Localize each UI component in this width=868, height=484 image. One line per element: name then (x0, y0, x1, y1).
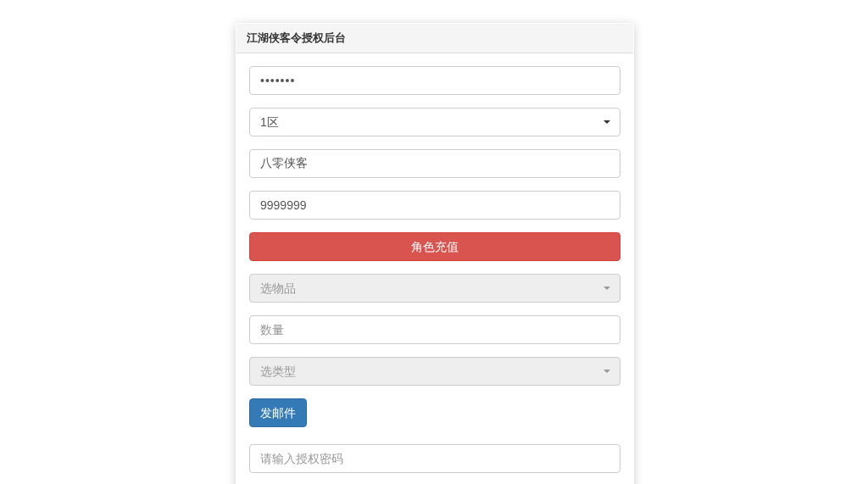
region-group: 1区 (249, 108, 620, 136)
password-group (249, 66, 620, 95)
auth-password-input[interactable] (249, 444, 620, 473)
item-select-display[interactable]: 选物品 (249, 274, 620, 303)
character-group (249, 149, 620, 178)
item-select-group: 选物品 (249, 274, 620, 303)
item-select[interactable]: 选物品 (249, 274, 620, 303)
main-panel: 江湖侠客令授权后台 1区 角色充值 选物品 (236, 23, 634, 484)
auth-password-group (249, 444, 620, 473)
amount-group (249, 191, 620, 220)
type-select-display[interactable]: 选类型 (249, 357, 620, 386)
recharge-button[interactable]: 角色充值 (249, 232, 620, 261)
region-select-display[interactable]: 1区 (249, 108, 620, 136)
password-input[interactable] (249, 66, 620, 95)
amount-input[interactable] (249, 191, 620, 220)
recharge-group: 角色充值 (249, 232, 620, 261)
send-mail-button[interactable]: 发邮件 (249, 398, 307, 427)
panel-body: 1区 角色充值 选物品 选类型 (236, 53, 633, 484)
quantity-input[interactable] (249, 315, 620, 344)
type-select[interactable]: 选类型 (249, 357, 620, 386)
send-mail-group: 发邮件 (249, 398, 620, 427)
quantity-group (249, 315, 620, 344)
region-select[interactable]: 1区 (249, 108, 620, 136)
type-select-group: 选类型 (249, 357, 620, 386)
panel-title: 江湖侠客令授权后台 (236, 24, 633, 53)
character-input[interactable] (249, 149, 620, 178)
